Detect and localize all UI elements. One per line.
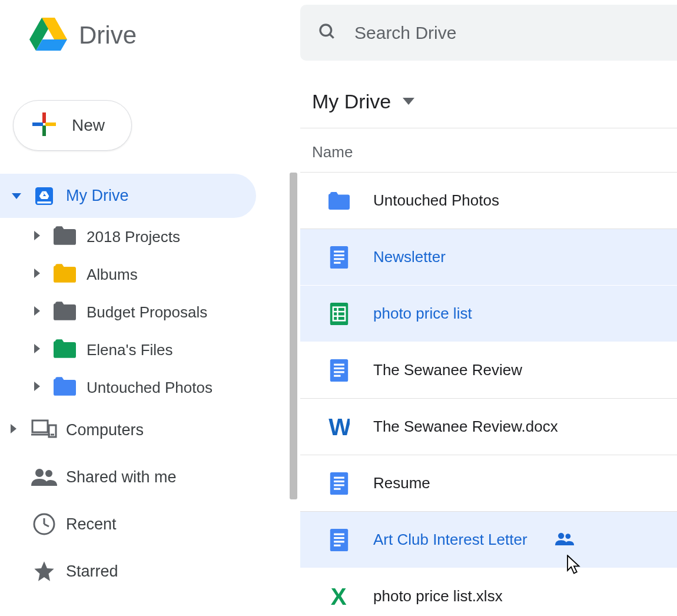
clock-icon (31, 512, 57, 536)
file-name: photo price list.xlsx (373, 587, 503, 605)
svg-rect-42 (334, 544, 340, 546)
breadcrumb-label: My Drive (312, 90, 391, 113)
nav-computers-label: Computers (66, 421, 144, 439)
breadcrumb[interactable]: My Drive (300, 80, 677, 128)
file-name: Art Club Interest Letter (373, 531, 527, 549)
chevron-right-icon[interactable] (11, 424, 22, 436)
nav-shared[interactable]: Shared with me (0, 453, 256, 501)
svg-rect-4 (32, 122, 43, 126)
nav-my-drive-label: My Drive (66, 187, 129, 205)
svg-text:X: X (331, 585, 347, 608)
app-name: Drive (79, 21, 137, 49)
search-icon (318, 22, 337, 44)
svg-rect-7 (37, 201, 51, 203)
docs-icon (328, 359, 350, 382)
svg-rect-33 (330, 472, 348, 495)
chevron-down-icon[interactable] (11, 193, 22, 199)
svg-rect-29 (334, 367, 344, 369)
svg-line-16 (44, 524, 49, 526)
excel-icon: X (328, 585, 350, 608)
svg-rect-31 (334, 375, 340, 376)
sheets-icon (328, 303, 350, 325)
tree-item-label: Budget Proposals (87, 303, 207, 322)
new-button-label: New (72, 116, 105, 135)
file-row[interactable]: Newsletter (300, 229, 677, 286)
file-name: Newsletter (373, 248, 446, 266)
svg-rect-35 (334, 480, 344, 482)
drive-icon (31, 184, 57, 208)
svg-rect-5 (45, 122, 56, 126)
svg-rect-19 (334, 254, 344, 256)
shared-icon (555, 532, 575, 548)
folder-icon (54, 339, 76, 360)
svg-rect-34 (334, 476, 344, 478)
chevron-right-icon[interactable] (34, 344, 43, 356)
new-button[interactable]: New (13, 100, 132, 151)
folder-icon (328, 191, 350, 210)
svg-rect-36 (334, 484, 344, 486)
svg-rect-41 (334, 541, 344, 542)
file-row[interactable]: X photo price list.xlsx (300, 568, 677, 616)
dropdown-icon (403, 97, 414, 107)
tree-item[interactable]: Budget Proposals (34, 293, 256, 331)
svg-point-44 (565, 534, 570, 539)
tree-item-label: Untouched Photos (87, 379, 213, 397)
file-row[interactable]: Resume (300, 455, 677, 512)
svg-point-43 (558, 532, 564, 538)
file-row[interactable]: The Sewanee Review (300, 342, 677, 399)
svg-rect-38 (330, 529, 348, 551)
file-name: Untouched Photos (373, 191, 499, 210)
chevron-right-icon[interactable] (34, 306, 43, 318)
plus-icon (31, 111, 57, 140)
scrollbar[interactable] (290, 173, 297, 499)
file-row[interactable]: Untouched Photos (300, 173, 677, 229)
star-icon (31, 559, 57, 583)
search-input[interactable] (354, 23, 590, 43)
nav-computers[interactable]: Computers (0, 406, 256, 453)
svg-rect-2 (42, 112, 46, 123)
svg-rect-30 (334, 371, 344, 373)
file-row[interactable]: W The Sewanee Review.docx (300, 399, 677, 455)
chevron-right-icon[interactable] (34, 382, 43, 393)
chevron-right-icon[interactable] (34, 231, 43, 243)
nav-my-drive[interactable]: My Drive (0, 174, 256, 218)
svg-rect-27 (330, 359, 348, 382)
svg-point-12 (35, 469, 44, 477)
chevron-right-icon[interactable] (34, 269, 43, 280)
folder-icon (54, 226, 76, 247)
tree-item[interactable]: Untouched Photos (34, 369, 256, 406)
nav-starred[interactable]: Starred (0, 548, 256, 595)
svg-rect-40 (334, 536, 344, 538)
tree-item[interactable]: 2018 Projects (34, 218, 256, 256)
computers-icon (31, 419, 57, 441)
docs-icon (328, 529, 350, 551)
tree-item[interactable]: Albums (34, 256, 256, 293)
svg-point-0 (320, 25, 331, 36)
svg-line-1 (330, 34, 334, 38)
tree-item-label: Albums (87, 266, 138, 284)
file-name: The Sewanee Review.docx (373, 418, 558, 436)
search-bar[interactable] (300, 5, 677, 61)
tree-item-label: Elena's Files (87, 341, 173, 359)
drive-logo-icon (29, 18, 67, 54)
nav-shared-label: Shared with me (66, 468, 177, 486)
tree-item[interactable]: Elena's Files (34, 331, 256, 369)
people-icon (31, 468, 57, 486)
file-row[interactable]: Art Club Interest Letter (300, 512, 677, 568)
nav-recent[interactable]: Recent (0, 501, 256, 548)
column-header-name[interactable]: Name (300, 128, 677, 173)
nav-starred-label: Starred (66, 562, 118, 581)
file-name: photo price list (373, 304, 472, 323)
svg-rect-18 (334, 250, 344, 252)
folder-icon (54, 302, 76, 323)
svg-rect-17 (330, 246, 348, 269)
nav-recent-label: Recent (66, 515, 117, 534)
docs-icon (328, 246, 350, 269)
file-name: The Sewanee Review (373, 361, 522, 379)
file-row[interactable]: photo price list (300, 286, 677, 342)
folder-icon (54, 264, 76, 285)
folder-icon (54, 377, 76, 398)
svg-rect-37 (334, 488, 340, 489)
svg-rect-20 (334, 258, 344, 260)
docs-icon (328, 472, 350, 495)
